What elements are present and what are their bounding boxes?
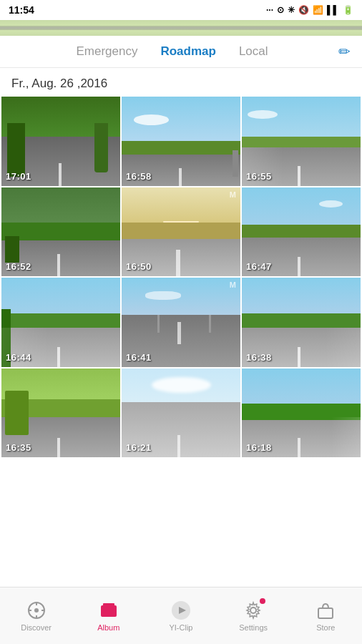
video-timestamp: 16:41 [126, 352, 152, 363]
store-icon [315, 600, 336, 620]
svg-rect-12 [318, 608, 333, 618]
video-timestamp: 16:58 [126, 171, 152, 182]
map-strip [0, 20, 362, 36]
video-badge: M [230, 280, 236, 289]
bottom-nav: Discover Album YI-Clip [0, 587, 362, 644]
video-thumb[interactable]: 16:35 [1, 369, 120, 458]
tab-local[interactable]: Local [239, 42, 268, 62]
tabs: Emergency Roadmap Local [11, 42, 333, 62]
wifi-icon: 📶 [313, 5, 323, 15]
nav-store[interactable]: Store [304, 600, 347, 632]
nav-album[interactable]: Album [87, 600, 130, 632]
video-thumb[interactable]: 16:44 [1, 278, 120, 367]
status-bar: 11:54 ··· ⊙ ✳ 🔇 📶 ▌▌ 🔋 [0, 0, 362, 20]
svg-point-1 [34, 608, 39, 613]
video-timestamp: 16:21 [126, 442, 152, 453]
nav-discover-label: Discover [21, 623, 52, 632]
video-thumb[interactable]: 16:58 [122, 97, 240, 186]
menu-icon: ··· [266, 5, 273, 15]
video-timestamp: 16:52 [6, 261, 31, 272]
album-icon [99, 600, 119, 620]
discover-icon [26, 600, 47, 620]
nav-settings[interactable]: Settings [232, 600, 275, 632]
video-thumb[interactable]: 17:01 [1, 97, 120, 186]
video-badge: M [230, 190, 236, 199]
video-timestamp: 17:01 [6, 171, 31, 182]
video-thumb[interactable]: 16:38 [242, 278, 361, 367]
nav-album-label: Album [97, 623, 119, 632]
video-timestamp: 16:50 [126, 261, 152, 272]
bluetooth-icon: ✳ [288, 5, 295, 15]
video-timestamp: 16:44 [6, 352, 31, 363]
settings-notification-dot [260, 598, 265, 604]
yiclip-icon [171, 600, 191, 620]
nav-yiclip-label: YI-Clip [169, 623, 192, 632]
svg-point-11 [250, 608, 256, 613]
signal-icon: ▌▌ [327, 5, 339, 15]
svg-rect-7 [103, 603, 114, 606]
video-thumb[interactable]: 16:18 [242, 369, 361, 458]
battery-icon: 🔋 [343, 5, 353, 15]
tab-emergency[interactable]: Emergency [76, 42, 137, 62]
video-timestamp: 16:55 [246, 171, 272, 182]
video-thumb[interactable]: 16:21 [122, 369, 240, 458]
video-timestamp: 16:35 [6, 442, 31, 453]
video-thumb[interactable]: 16:52 [1, 187, 120, 277]
nav-yiclip[interactable]: YI-Clip [160, 600, 202, 632]
status-icons: ··· ⊙ ✳ 🔇 📶 ▌▌ 🔋 [266, 5, 353, 15]
video-thumb[interactable]: 16:50 M [122, 187, 240, 277]
svg-point-8 [104, 608, 107, 610]
mute-icon: 🔇 [298, 5, 309, 15]
nav-discover[interactable]: Discover [15, 600, 58, 632]
tab-header: Emergency Roadmap Local ✏ [0, 36, 362, 68]
settings-icon-wrap [243, 600, 263, 620]
video-grid: 17:01 16:58 16:55 [0, 97, 362, 457]
video-timestamp: 16:18 [246, 442, 272, 453]
location-icon: ⊙ [277, 5, 284, 15]
video-timestamp: 16:47 [246, 261, 272, 272]
video-thumb[interactable]: 16:41 M [122, 278, 240, 367]
video-thumb[interactable]: 16:47 [242, 187, 361, 277]
status-time: 11:54 [9, 4, 34, 16]
date-header: Fr., Aug. 26 ,2016 [0, 68, 362, 97]
tab-roadmap[interactable]: Roadmap [160, 42, 215, 62]
nav-store-label: Store [316, 623, 335, 632]
edit-icon[interactable]: ✏ [338, 43, 351, 60]
video-timestamp: 16:38 [246, 352, 272, 363]
nav-settings-label: Settings [239, 623, 268, 632]
video-thumb[interactable]: 16:55 [242, 97, 361, 186]
